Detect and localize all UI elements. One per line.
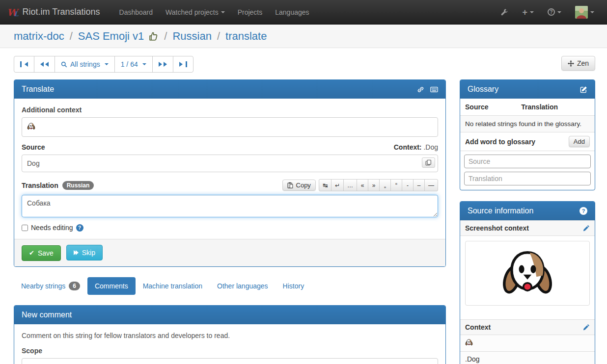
insert-laquo-button[interactable]: « [357,179,368,191]
permalink-button[interactable] [417,86,424,93]
edit-square-icon [580,86,587,93]
insert-ellipsis-button[interactable]: … [343,179,357,191]
nav-watched-projects[interactable]: Watched projects [159,1,231,24]
glossary-col-translation: Translation [521,103,558,111]
glossary-source-input[interactable] [464,155,591,168]
source-info-panel-header: Source information ? [460,202,595,220]
new-comment-panel-header: New comment [14,306,445,324]
top-navbar: WL Riot.im Translations Dashboard Watche… [0,0,607,25]
wrench-icon [500,8,508,16]
add-glossary-button[interactable]: Add [569,136,590,147]
needs-editing-label: Needs editing [31,224,73,232]
nav-languages[interactable]: Languages [269,1,315,24]
skip-button[interactable]: Skip [66,245,103,260]
position-dropdown-button[interactable]: 1 / 64 [114,56,153,73]
scope-label: Scope [22,347,438,355]
copy-source-button[interactable] [422,157,435,168]
plus-icon: + [522,9,527,16]
chevron-down-icon [221,11,225,13]
copy-to-translation-button[interactable]: Copy [282,180,316,191]
help-circle-icon: ? [548,8,555,16]
nav-dashboard[interactable]: Dashboard [113,1,160,24]
edit-screenshot-button[interactable] [583,225,590,232]
translate-panel: Translate Additional context [14,79,446,267]
insert-endash-button[interactable]: – [413,179,425,191]
filter-strings-button[interactable]: All strings [55,56,115,73]
insert-emdash-button[interactable]: — [424,179,438,191]
tab-comments[interactable]: Comments [87,277,136,295]
weblate-logo: WL [7,6,18,18]
admin-tools-button[interactable] [495,1,514,23]
help-menu-button[interactable]: ? [542,1,567,23]
string-navigation-group: All strings 1 / 64 [14,56,193,73]
dog-emoji [27,122,35,130]
tab-machine-translation[interactable]: Machine translation [136,277,210,295]
chevron-down-icon [590,11,594,13]
keyboard-shortcuts-button[interactable] [430,86,438,93]
comment-scope-select[interactable]: Translation comment, discussions with ot… [22,358,438,364]
tab-nearby-strings[interactable]: Nearby strings 6 [14,277,87,295]
copy-icon [425,159,432,166]
chevron-down-icon [557,11,561,13]
translate-panel-header: Translate [14,80,445,99]
screenshot-context-row [460,235,595,319]
fast-forward-icon [74,250,79,255]
breadcrumb-project[interactable]: matrix-doc [14,30,64,43]
thumbs-up-icon [148,31,159,42]
additional-context-box [22,117,438,137]
paste-icon [287,182,293,188]
tab-other-languages[interactable]: Other languages [210,277,276,295]
breadcrumb-page[interactable]: translate [225,30,267,43]
detail-tabs: Nearby strings 6 Comments Machine transl… [14,277,446,295]
help-circle-icon[interactable]: ? [76,224,83,232]
additional-context-label: Additional context [22,106,438,114]
previous-string-button[interactable] [34,56,55,73]
dog-emoji [500,246,554,300]
help-circle-icon[interactable]: ? [579,207,587,215]
first-string-button[interactable] [14,56,34,73]
glossary-empty-message: No related strings found in the glossary… [460,116,595,132]
context-heading: Context [460,319,595,335]
insert-tab-button[interactable]: ↹ [319,179,331,191]
comment-description: Comment on this string for fellow transl… [22,332,438,339]
avatar [575,6,588,19]
context-label: Context: [394,143,422,151]
user-menu-button[interactable] [569,0,600,26]
needs-editing-checkbox[interactable] [22,225,28,231]
zen-mode-button[interactable]: Zen [561,56,595,71]
manage-glossary-button[interactable] [580,86,587,93]
add-menu-button[interactable]: + [516,2,540,23]
last-string-button[interactable] [173,56,193,73]
insert-high-quote-button[interactable]: “ [390,179,402,191]
language-badge: Russian [62,181,94,190]
new-comment-panel: New comment Comment on this string for f… [14,305,446,364]
insert-hyphen-button[interactable]: - [402,179,414,191]
glossary-table-header: Source Translation [460,99,595,116]
translate-panel-title: Translate [22,85,54,94]
translation-textarea[interactable]: Собака [22,195,438,217]
source-string-box: Dog [22,155,438,172]
translate-panel-footer: ✔ Save Skip [14,239,445,266]
breadcrumb-component[interactable]: SAS Emoji v1 [78,30,144,43]
search-icon [61,61,67,68]
app-brand[interactable]: WL Riot.im Translations [7,6,100,18]
insert-low-quote-button[interactable]: „ [379,179,391,191]
screenshot-image[interactable] [465,241,590,306]
context-emoji-row [460,335,595,351]
arrows-expand-icon [568,60,574,67]
insert-newline-button[interactable]: ↵ [331,179,344,191]
source-info-panel: Source information ? Screenshot context … [460,201,595,364]
source-string-value: Dog [27,159,40,167]
screenshot-context-heading: Screenshot context [460,220,595,235]
brand-title: Riot.im Translations [22,7,100,17]
breadcrumb-language[interactable]: Russian [172,30,211,43]
add-word-label: Add word to glossary [465,138,535,146]
save-button[interactable]: ✔ Save [22,245,61,261]
tab-history[interactable]: History [276,277,312,295]
next-string-button[interactable] [152,56,173,73]
nearby-count-badge: 6 [69,282,80,290]
insert-raquo-button[interactable]: » [368,179,380,191]
glossary-translation-input[interactable] [464,172,591,185]
edit-context-button[interactable] [583,324,590,331]
nav-projects[interactable]: Projects [231,1,269,24]
